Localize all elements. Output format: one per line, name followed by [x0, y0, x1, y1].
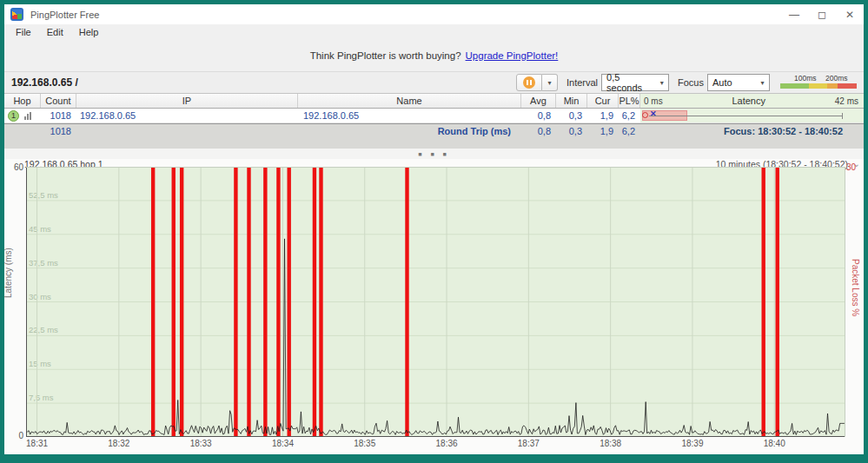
latency-plot[interactable]: 52,5 ms45 ms37,5 ms30 ms22,5 ms15 ms7,5 … — [26, 167, 845, 437]
y-axis-max-label: 60 — [8, 162, 23, 172]
summary-pl: 6,2 — [619, 124, 640, 137]
table-row[interactable]: 1 1018 192.168.0.65 192.168.0.65 0,8 0,3… — [4, 109, 864, 123]
summary-min: 0,3 — [556, 124, 587, 137]
cur-value: 1,9 — [587, 109, 619, 122]
y-axis-min-label: 0 — [8, 431, 23, 440]
svg-text:52,5 ms: 52,5 ms — [29, 190, 58, 200]
svg-text:15 ms: 15 ms — [29, 359, 51, 368]
right-axis-max-label: 30 — [846, 162, 856, 172]
x-tick-label: 18:35 — [351, 439, 379, 448]
focus-value: Auto — [712, 77, 732, 88]
ip-value: 192.168.0.65 — [76, 109, 298, 122]
hop-cell: 1 — [4, 109, 41, 122]
min-value: 0,3 — [556, 109, 587, 122]
interval-value: 0,5 seconds — [606, 72, 656, 93]
summary-avg: 0,8 — [521, 124, 556, 137]
interval-select[interactable]: 0,5 seconds ▾ — [601, 74, 669, 91]
focus-label: Focus — [678, 77, 704, 88]
latency-min-label: 0 ms — [644, 96, 663, 106]
svg-text:22,5 ms: 22,5 ms — [29, 325, 58, 334]
window-title: PingPlotter Free — [30, 10, 99, 20]
x-tick-label: 18:36 — [433, 439, 461, 448]
col-latency[interactable]: 0 ms Latency 42 ms — [640, 94, 864, 108]
col-cur[interactable]: Cur — [587, 94, 619, 108]
pause-button[interactable] — [516, 74, 542, 91]
trace-controls: ▾ Interval 0,5 seconds ▾ Focus Auto ▾ 10… — [516, 74, 857, 91]
upgrade-banner: Think PingPlotter is worth buying? Upgra… — [4, 40, 864, 71]
col-ip[interactable]: IP — [76, 94, 298, 108]
latency-minigraph: ✕ — [640, 109, 864, 122]
app-window: PingPlotter Free — ◻ ✕ File Edit Help Th… — [4, 4, 864, 454]
avg-value: 0,8 — [521, 109, 556, 122]
menu-bar: File Edit Help — [4, 24, 864, 40]
round-trip-label: Round Trip (ms) — [298, 124, 521, 137]
pl-value: 6,2 — [619, 109, 640, 122]
app-logo-icon — [10, 8, 23, 21]
packet-loss-axis-label: Packet Loss % — [851, 259, 860, 316]
summary-row: 1018 Round Trip (ms) 0,8 0,3 1,9 6,2 Foc… — [4, 123, 864, 137]
x-tick-label: 18:37 — [514, 439, 542, 448]
interval-label: Interval — [567, 77, 598, 88]
title-bar: PingPlotter Free — ◻ ✕ — [4, 4, 864, 24]
plot-canvas[interactable]: 52,5 ms45 ms37,5 ms30 ms22,5 ms15 ms7,5 … — [26, 167, 845, 437]
svg-text:7,5 ms: 7,5 ms — [29, 393, 54, 402]
focus-range-text: Focus: 18:30:52 - 18:40:52 — [640, 124, 864, 137]
svg-text:37,5 ms: 37,5 ms — [29, 258, 58, 268]
table-header: Hop Count IP Name Avg Min Cur PL% 0 ms L… — [4, 94, 864, 109]
close-button[interactable]: ✕ — [836, 4, 864, 24]
summary-cur: 1,9 — [587, 124, 619, 137]
x-tick-label: 18:38 — [597, 439, 625, 448]
latency-axis-label: Latency (ms) — [4, 248, 13, 298]
menu-file[interactable]: File — [8, 27, 39, 37]
x-tick-label: 18:34 — [268, 439, 296, 448]
menu-help[interactable]: Help — [71, 27, 107, 37]
x-tick-label: 18:32 — [105, 439, 133, 448]
target-address: 192.168.0.65 / — [11, 76, 78, 89]
svg-text:30 ms: 30 ms — [29, 292, 51, 301]
col-pl[interactable]: PL% — [619, 94, 640, 108]
chevron-down-icon: ▾ — [756, 79, 769, 87]
x-tick-label: 18:40 — [760, 439, 788, 448]
banner-text: Think PingPlotter is worth buying? — [310, 50, 461, 61]
col-name[interactable]: Name — [298, 94, 521, 108]
col-min[interactable]: Min — [556, 94, 587, 108]
window-frame: PingPlotter Free — ◻ ✕ File Edit Help Th… — [0, 0, 868, 463]
latency-avg-marker-icon — [642, 112, 648, 118]
x-tick-label: 18:39 — [679, 439, 706, 448]
time-graph-panel: 192.168.0.65 hop 1 10 minutes (18:30:52 … — [4, 159, 864, 454]
col-hop[interactable]: Hop — [4, 94, 41, 108]
upgrade-link[interactable]: Upgrade PingPlotter! — [466, 50, 559, 61]
latency-cur-marker-icon: ✕ — [650, 109, 657, 118]
chevron-down-icon: ▾ — [656, 79, 668, 87]
x-axis-labels: 18:3118:3218:3318:3418:3518:3618:3718:38… — [26, 439, 845, 449]
count-value: 1018 — [41, 109, 76, 122]
latency-color-scale: 100ms 200ms — [780, 74, 857, 91]
svg-text:45 ms: 45 ms — [29, 224, 51, 234]
minimize-button[interactable]: — — [780, 4, 808, 24]
latency-gradient-bar — [780, 83, 857, 89]
splitter-area — [4, 137, 864, 149]
latency-max-label: 42 ms — [835, 96, 858, 106]
maximize-button[interactable]: ◻ — [808, 4, 836, 24]
menu-edit[interactable]: Edit — [39, 27, 71, 37]
latency-title: Latency — [732, 96, 765, 106]
scale-100ms-label: 100ms — [794, 74, 817, 83]
latency-scale-line — [649, 116, 843, 116]
col-avg[interactable]: Avg — [521, 94, 556, 108]
window-controls: — ◻ ✕ — [780, 4, 864, 24]
summary-count: 1018 — [41, 124, 76, 137]
bar-chart-icon[interactable] — [24, 111, 31, 120]
scale-200ms-label: 200ms — [825, 74, 848, 83]
splitter-handle[interactable]: ■ ■ ■ — [4, 149, 864, 159]
x-tick-label: 18:31 — [23, 439, 51, 448]
target-bar: 192.168.0.65 / ▾ Interval 0,5 seconds ▾ … — [4, 71, 864, 94]
pause-dropdown-button[interactable]: ▾ — [542, 74, 558, 91]
pause-icon — [523, 76, 535, 89]
hop-number-badge: 1 — [8, 110, 19, 122]
col-count[interactable]: Count — [41, 94, 76, 108]
name-value: 192.168.0.65 — [298, 109, 521, 122]
splitter-dots-icon: ■ ■ ■ — [418, 151, 450, 157]
focus-select[interactable]: Auto ▾ — [707, 74, 770, 91]
x-tick-label: 18:33 — [187, 439, 215, 448]
